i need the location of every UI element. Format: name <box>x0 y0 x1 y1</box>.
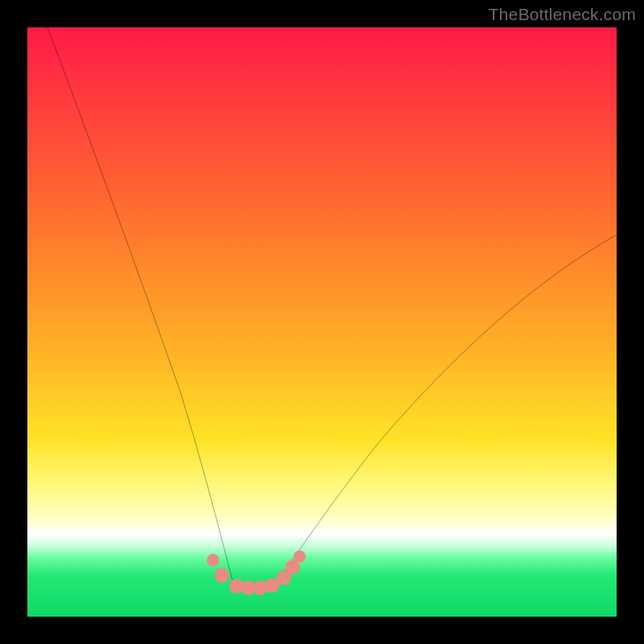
svg-point-0 <box>207 554 219 566</box>
svg-point-1 <box>214 568 229 583</box>
curve-left <box>27 27 233 584</box>
watermark-text: TheBottleneck.com <box>489 5 636 24</box>
chart-frame: TheBottleneck.com <box>0 0 644 644</box>
curves-svg <box>27 27 617 617</box>
curve-right <box>275 235 617 585</box>
highlighted-points <box>207 551 306 596</box>
svg-point-8 <box>293 551 305 563</box>
plot-area <box>27 27 617 617</box>
